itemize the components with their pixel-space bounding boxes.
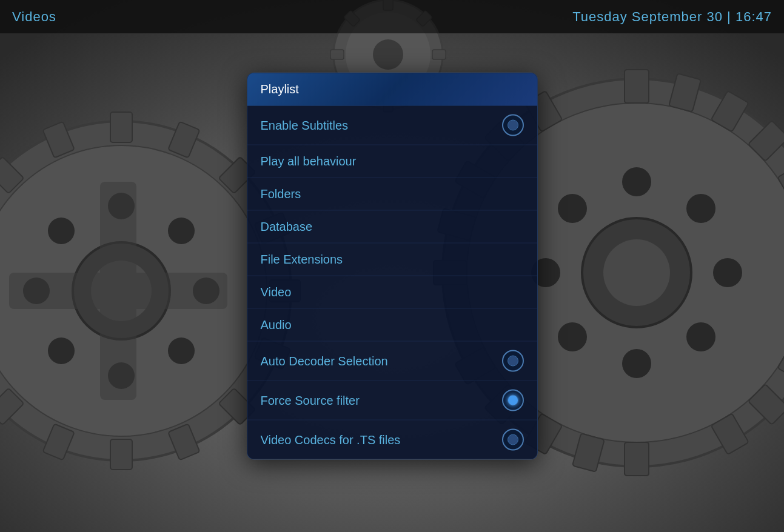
- toggle-video-codecs-ts[interactable]: [502, 429, 524, 451]
- svg-point-26: [168, 337, 195, 364]
- app-title: Videos: [12, 9, 56, 25]
- menu-item-auto-decoder-selection[interactable]: Auto Decoder Selection: [247, 342, 537, 381]
- toggle-enable-subtitles[interactable]: [502, 115, 524, 136]
- menu-item-label-video-codecs-ts: Video Codecs for .TS files: [261, 433, 401, 447]
- menu-item-play-all-behaviour[interactable]: Play all behaviour: [247, 145, 537, 178]
- svg-point-62: [686, 322, 715, 351]
- toggle-auto-decoder-selection[interactable]: [502, 350, 524, 372]
- datetime-display: Tuesday September 30 | 16:47: [572, 9, 772, 25]
- menu-item-audio[interactable]: Audio: [247, 309, 537, 342]
- menu-item-label-file-extensions: File Extensions: [261, 253, 343, 267]
- menu-item-database[interactable]: Database: [247, 211, 537, 244]
- menu-item-folders[interactable]: Folders: [247, 178, 537, 211]
- menu-item-video-codecs-ts[interactable]: Video Codecs for .TS files: [247, 421, 537, 459]
- svg-rect-78: [9, 273, 227, 309]
- menu-item-file-extensions[interactable]: File Extensions: [247, 244, 537, 276]
- menu-item-label-play-all-behaviour: Play all behaviour: [261, 155, 357, 168]
- svg-point-61: [622, 167, 651, 196]
- menu-item-label-auto-decoder-selection: Auto Decoder Selection: [261, 354, 388, 368]
- menu-item-label-video: Video: [261, 285, 292, 299]
- toggle-inner-force-source-filter: [508, 395, 518, 406]
- menu-item-label-playlist: Playlist: [261, 82, 299, 96]
- toggle-inner-auto-decoder-selection: [508, 356, 518, 367]
- toggle-inner-enable-subtitles: [508, 120, 518, 131]
- menu-item-label-folders: Folders: [261, 187, 301, 201]
- svg-rect-49: [625, 442, 649, 476]
- svg-rect-48: [625, 70, 649, 103]
- svg-point-65: [558, 322, 587, 351]
- svg-point-33: [603, 239, 670, 306]
- menu-item-enable-subtitles[interactable]: Enable Subtitles: [247, 106, 537, 145]
- menu-item-playlist[interactable]: Playlist: [247, 73, 537, 106]
- toggle-inner-video-codecs-ts: [508, 434, 518, 445]
- menu-item-label-force-source-filter: Force Source filter: [261, 393, 360, 407]
- svg-point-27: [48, 218, 75, 244]
- svg-rect-71: [330, 50, 344, 59]
- svg-point-64: [686, 194, 715, 223]
- svg-rect-7: [110, 439, 132, 470]
- svg-point-28: [168, 218, 195, 244]
- svg-point-29: [48, 337, 75, 364]
- menu-item-label-enable-subtitles: Enable Subtitles: [261, 118, 349, 132]
- svg-point-63: [558, 194, 587, 223]
- menu-item-video[interactable]: Video: [247, 276, 537, 309]
- menu-item-label-audio: Audio: [261, 318, 292, 332]
- toggle-force-source-filter[interactable]: [502, 390, 524, 411]
- svg-point-58: [713, 258, 742, 287]
- svg-rect-72: [432, 50, 446, 59]
- svg-point-68: [373, 39, 403, 70]
- svg-rect-6: [110, 112, 132, 142]
- top-bar: Videos Tuesday September 30 | 16:47: [0, 0, 784, 33]
- menu-item-label-database: Database: [261, 220, 313, 234]
- svg-point-60: [622, 349, 651, 378]
- settings-menu: PlaylistEnable SubtitlesPlay all behavio…: [247, 73, 538, 460]
- menu-item-force-source-filter[interactable]: Force Source filter: [247, 381, 537, 421]
